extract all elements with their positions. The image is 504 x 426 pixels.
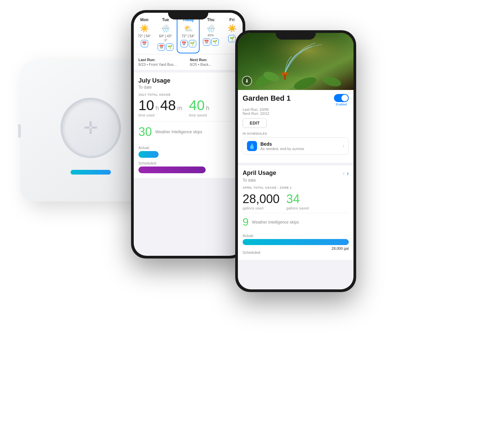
run-info-bar: Last Run: 8/23 • Front Yard Bus... Next … <box>134 54 243 73</box>
skips-label: Weather Intelligence skips <box>155 130 202 134</box>
april-section: April Usage ‹ › To date APRIL TOTAL USAG… <box>238 163 353 260</box>
time-used-minutes: 48 <box>160 98 176 112</box>
gallons-used-label: gallons used <box>243 206 280 210</box>
next-run-label: Next Run: <box>190 58 238 62</box>
weather-badges-today: 📅 🌱 <box>180 40 196 47</box>
next-run-value: 8/25 • Back... <box>190 62 238 66</box>
phone-usage: Mon ☀️ 72° | 54° 📅 Tue 🌧️ 64° | 43° .5° … <box>131 10 245 258</box>
next-run-item: Next Run: 8/25 • Back... <box>190 58 238 66</box>
april-subtitle: To date <box>243 178 349 183</box>
schedule-desc: As needed, end by sunrise <box>260 147 339 151</box>
schedule-icon: 💧 <box>247 141 257 151</box>
time-saved-label: time saved <box>189 113 209 117</box>
svg-rect-7 <box>284 75 286 80</box>
time-saved-unit: h <box>206 105 209 112</box>
weather-badge-thu-1: 📅 <box>203 38 210 46</box>
weather-badge-today-1: 📅 <box>180 40 188 47</box>
usage-total-label: JULY TOTAL USAGE <box>138 93 238 96</box>
weather-day-fri-label: Fri <box>229 17 235 22</box>
schedule-info: Beds As needed, end by sunrise <box>260 141 339 151</box>
garden-title: Garden Bed 1 <box>243 94 291 103</box>
weather-day-mon: Mon ☀️ 72° | 54° 📅 <box>134 15 155 53</box>
april-scheduled-label: Scheduled: <box>243 250 349 254</box>
april-nav: ‹ › <box>343 170 349 177</box>
time-used-hours: 10 <box>138 98 154 112</box>
last-run-label: Last Run: <box>138 58 186 62</box>
left-notch <box>18 124 21 138</box>
scheduled-label: Scheduled: <box>138 161 238 165</box>
usage-title: July Usage <box>138 77 238 84</box>
schedule-item[interactable]: 💧 Beds As needed, end by sunrise › <box>243 137 349 155</box>
edit-button[interactable]: EDIT <box>243 118 267 128</box>
weather-badges-mon: 📅 <box>141 40 148 47</box>
skips-num: 30 <box>138 125 152 139</box>
garden-svg <box>238 33 353 90</box>
weather-day-tue: Tue 🌧️ 64° | 43° .5° 📅 🌱 <box>155 15 176 53</box>
weather-temp-mon: 72° | 54° <box>138 34 151 38</box>
phone1-screen: Mon ☀️ 72° | 54° 📅 Tue 🌧️ 64° | 43° .5° … <box>134 13 243 256</box>
usage-stats-row: 10 h 48 m time used 40 h time saved <box>138 98 238 117</box>
chevron-right-icon: › <box>343 143 344 149</box>
weather-icon-tue: 🌧️ <box>161 24 170 33</box>
weather-icon-mon: ☀️ <box>140 24 149 33</box>
usage-section: July Usage To date JULY TOTAL USAGE 10 h… <box>134 73 243 178</box>
garden-last-run: Last Run: 10/06 Next Run: 10/12 <box>243 107 349 115</box>
download-icon: ⬇ <box>245 78 249 84</box>
april-total-label: APRIL TOTAL USAGE - ZONE 1 <box>243 186 349 189</box>
april-skips-row: 9 Weather Intelligence skips <box>243 213 349 231</box>
weather-badges-thu: 📅 🌱 <box>203 38 219 46</box>
time-saved-stat: 40 h time saved <box>189 98 209 117</box>
nav-next-arrow[interactable]: › <box>347 170 349 177</box>
weather-day-mon-label: Mon <box>140 17 149 22</box>
april-actual-value: 28,000 gal <box>243 246 349 250</box>
april-title: April Usage <box>243 170 276 177</box>
weather-day-thu-label: Thu <box>207 17 214 22</box>
weather-temp-today: 72° | 54° <box>182 34 195 38</box>
actual-label: Actual: <box>138 146 238 150</box>
phone2-notch <box>276 30 316 40</box>
enabled-text: Enabled <box>336 103 347 106</box>
april-skips-num: 9 <box>243 216 249 228</box>
time-saved-numbers: 40 h <box>189 98 209 112</box>
gallons-used-stat: 28,000 gallons used <box>243 192 280 210</box>
weather-day-thu: Thu 🌧️ 82% 📅 🌱 <box>200 15 221 53</box>
time-used-label: time used <box>138 113 182 117</box>
april-actual-label: Actual: <box>243 234 349 238</box>
weather-badge-today-2: 🌱 <box>189 40 196 47</box>
april-skips-label: Weather Intelligence skips <box>252 220 299 225</box>
phone2-screen: ⬇ Garden Bed 1 Enabled Last Run: 10/06 N… <box>238 33 353 289</box>
weather-badges-tue: 📅 🌱 <box>158 43 173 51</box>
weather-badge-thu-2: 🌱 <box>211 38 219 46</box>
brand-logo: ✛ <box>83 119 98 137</box>
controller-dial: ✛ <box>60 98 121 158</box>
time-used-h-unit: h <box>156 105 159 112</box>
enabled-toggle[interactable] <box>334 94 349 102</box>
garden-content: Garden Bed 1 Enabled Last Run: 10/06 Nex… <box>238 90 353 163</box>
weather-badge-tue-2: 🌱 <box>166 43 173 51</box>
bar-section: Actual: Scheduled: <box>138 146 238 173</box>
last-run-item: Last Run: 8/23 • Front Yard Bus... <box>138 58 186 66</box>
weather-badge-tue-1: 📅 <box>158 43 165 51</box>
weather-icon-today: ⛅ <box>184 24 193 33</box>
weather-rain-tue: .5° <box>164 39 167 42</box>
time-saved-num: 40 <box>189 98 205 112</box>
april-actual-bar-section: Actual: 28,000 gal Scheduled: <box>243 234 349 254</box>
nav-prev-arrow[interactable]: ‹ <box>343 170 345 177</box>
weather-icon-thu: 🌧️ <box>206 24 215 33</box>
phone1-notch <box>168 10 208 19</box>
garden-header: Garden Bed 1 Enabled <box>243 94 349 106</box>
april-actual-bar <box>243 239 349 245</box>
gallons-saved-label: gallons saved <box>286 206 309 210</box>
april-stats-row: 28,000 gallons used 34 gallons saved <box>243 192 349 210</box>
download-button[interactable]: ⬇ <box>242 76 252 86</box>
weather-badge-fri: 🌱 <box>228 35 236 42</box>
time-used-stat: 10 h 48 m time used <box>138 98 182 117</box>
last-run-value: 8/23 • Front Yard Bus... <box>138 62 186 66</box>
gallons-saved-num: 34 <box>286 192 309 206</box>
actual-bar <box>138 151 159 158</box>
usage-subtitle: To date <box>138 85 238 90</box>
status-bar <box>71 170 111 175</box>
in-schedules-label: IN SCHEDULES <box>243 132 349 135</box>
weather-icon-fri: ☀️ <box>227 24 237 33</box>
skips-row: 30 Weather Intelligence skips <box>138 121 238 142</box>
